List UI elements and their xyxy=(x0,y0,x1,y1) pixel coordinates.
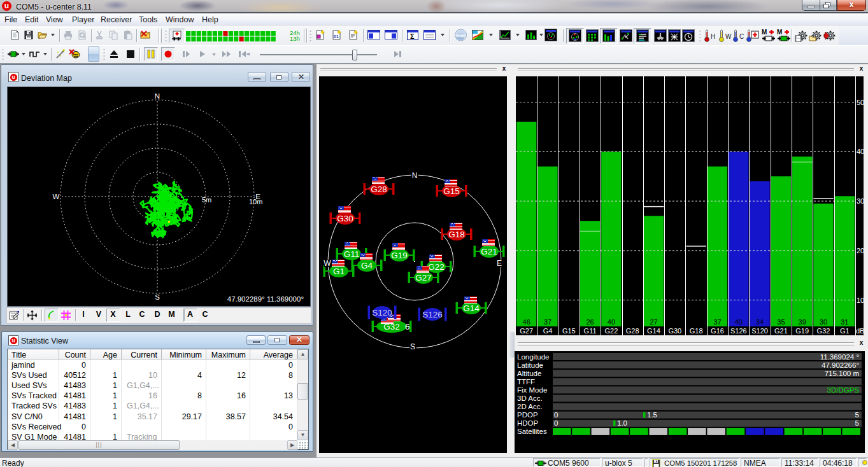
svg-text:G1: G1 xyxy=(333,267,345,276)
svg-text:N: N xyxy=(155,92,160,100)
svg-text:5m: 5m xyxy=(202,196,211,204)
svg-text:G14: G14 xyxy=(647,327,660,335)
svg-text:G22: G22 xyxy=(428,262,445,272)
svg-text:S: S xyxy=(410,342,415,351)
svg-text:3D Acc.: 3D Acc. xyxy=(517,394,543,402)
svg-text:G32: G32 xyxy=(817,327,830,335)
svg-text:39: 39 xyxy=(799,318,806,326)
svg-text:20: 20 xyxy=(857,247,864,254)
svg-text:N: N xyxy=(412,171,418,180)
svg-text:M: M xyxy=(762,29,767,36)
svg-text:G21: G21 xyxy=(774,327,788,335)
svg-text:715.100 m: 715.100 m xyxy=(825,370,859,377)
svg-text:G27: G27 xyxy=(415,273,432,282)
svg-text:0: 0 xyxy=(554,419,558,427)
svg-text:G15: G15 xyxy=(443,186,460,196)
svg-text:Fix Mode: Fix Mode xyxy=(517,386,547,394)
svg-text:2D Acc.: 2D Acc. xyxy=(517,403,543,410)
svg-text:46: 46 xyxy=(523,318,530,326)
svg-text:G21: G21 xyxy=(481,247,497,256)
svg-text:40: 40 xyxy=(608,318,615,326)
svg-text:E: E xyxy=(497,259,502,268)
svg-text:11.369024 °: 11.369024 ° xyxy=(820,353,859,361)
svg-text:5: 5 xyxy=(855,419,859,427)
svg-text:Σ: Σ xyxy=(410,32,415,40)
svg-text:G4: G4 xyxy=(361,261,373,270)
svg-text:34: 34 xyxy=(756,318,764,326)
svg-text:G16: G16 xyxy=(711,327,724,335)
svg-text:PDOP: PDOP xyxy=(517,411,538,419)
svg-text:G4: G4 xyxy=(543,327,553,335)
svg-text:Longitude: Longitude xyxy=(517,353,550,361)
svg-text:01: 01 xyxy=(334,34,339,39)
svg-text:35: 35 xyxy=(777,318,785,326)
svg-text:26: 26 xyxy=(586,318,594,326)
svg-text:10: 10 xyxy=(857,296,864,304)
svg-text:1.0: 1.0 xyxy=(617,419,627,427)
svg-text:37: 37 xyxy=(544,318,551,326)
svg-text:G11: G11 xyxy=(584,327,597,335)
svg-text:G18: G18 xyxy=(448,230,465,239)
svg-text:G15: G15 xyxy=(562,327,576,335)
svg-text:27: 27 xyxy=(650,318,657,326)
svg-text:30: 30 xyxy=(857,197,864,205)
svg-text:Altitude: Altitude xyxy=(517,370,541,377)
svg-text:G1: G1 xyxy=(840,327,850,335)
svg-text:Latitude: Latitude xyxy=(517,361,543,369)
svg-text:S: S xyxy=(155,293,160,301)
svg-text:5: 5 xyxy=(855,411,859,419)
svg-text:47.902266°: 47.902266° xyxy=(822,361,859,369)
svg-text:G19: G19 xyxy=(795,327,809,335)
svg-text:G27: G27 xyxy=(520,327,533,335)
svg-text:30: 30 xyxy=(820,318,827,326)
svg-text:3D/DGPS: 3D/DGPS xyxy=(827,386,860,394)
svg-text:HDOP: HDOP xyxy=(517,419,539,427)
svg-text:31: 31 xyxy=(841,318,848,326)
svg-text:G28: G28 xyxy=(626,327,639,335)
svg-text:G14: G14 xyxy=(463,303,480,313)
svg-text:37: 37 xyxy=(713,318,721,326)
svg-text:TTFF: TTFF xyxy=(517,378,535,386)
svg-text:G19: G19 xyxy=(391,251,408,260)
svg-text:40: 40 xyxy=(857,148,864,155)
svg-text:0: 0 xyxy=(554,411,558,419)
svg-text:W: W xyxy=(53,193,60,200)
svg-text:G11: G11 xyxy=(344,249,360,259)
svg-text:1.5: 1.5 xyxy=(647,411,657,419)
svg-text:G30: G30 xyxy=(668,327,681,335)
svg-text:dB: dB xyxy=(856,327,864,335)
svg-text:G28: G28 xyxy=(371,185,387,194)
svg-text:M: M xyxy=(777,29,782,36)
svg-text:47.902289° 11.369000°: 47.902289° 11.369000° xyxy=(227,295,304,303)
svg-text:6: 6 xyxy=(405,322,410,331)
svg-text:Satellites: Satellites xyxy=(517,428,547,435)
svg-text:S126: S126 xyxy=(422,310,443,319)
svg-text:S120: S120 xyxy=(751,327,768,335)
svg-text:G22: G22 xyxy=(605,327,618,335)
svg-text:G18: G18 xyxy=(690,327,703,335)
svg-text:W: W xyxy=(324,259,331,268)
svg-text:S120: S120 xyxy=(372,308,392,317)
svg-text:40: 40 xyxy=(735,318,743,326)
svg-text:10m: 10m xyxy=(249,198,262,206)
svg-text:50: 50 xyxy=(857,99,864,106)
svg-text:G30: G30 xyxy=(337,214,353,223)
svg-text:S126: S126 xyxy=(730,327,747,335)
